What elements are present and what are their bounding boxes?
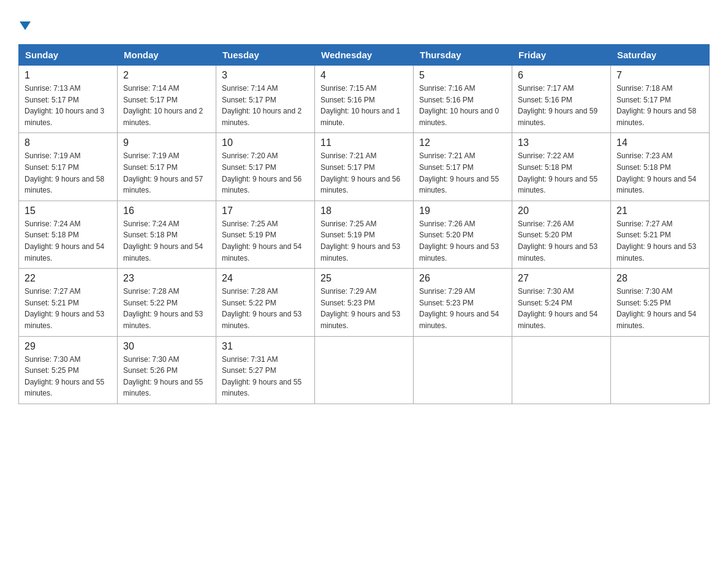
- logo-triangle-icon: [20, 21, 31, 30]
- day-info: Sunrise: 7:27 AMSunset: 5:21 PMDaylight:…: [616, 220, 696, 262]
- table-row: 13Sunrise: 7:22 AMSunset: 5:18 PMDayligh…: [512, 133, 611, 201]
- day-info: Sunrise: 7:21 AMSunset: 5:17 PMDaylight:…: [320, 151, 400, 194]
- calendar-body: 1Sunrise: 7:13 AMSunset: 5:17 PMDaylight…: [19, 66, 710, 404]
- day-info: Sunrise: 7:22 AMSunset: 5:18 PMDaylight:…: [518, 151, 597, 194]
- table-row: 22Sunrise: 7:27 AMSunset: 5:21 PMDayligh…: [19, 269, 118, 336]
- header-row: Sunday Monday Tuesday Wednesday Thursday…: [19, 45, 710, 66]
- day-number: 30: [123, 341, 210, 352]
- day-info: Sunrise: 7:24 AMSunset: 5:18 PMDaylight:…: [25, 220, 104, 262]
- day-info: Sunrise: 7:19 AMSunset: 5:17 PMDaylight:…: [123, 151, 203, 194]
- table-row: 25Sunrise: 7:29 AMSunset: 5:23 PMDayligh…: [315, 269, 414, 336]
- day-number: 1: [25, 70, 112, 81]
- table-row: 11Sunrise: 7:21 AMSunset: 5:17 PMDayligh…: [315, 133, 414, 201]
- table-row: 2Sunrise: 7:14 AMSunset: 5:17 PMDaylight…: [118, 66, 216, 133]
- table-row: 26Sunrise: 7:29 AMSunset: 5:23 PMDayligh…: [414, 269, 512, 336]
- day-info: Sunrise: 7:29 AMSunset: 5:23 PMDaylight:…: [320, 287, 400, 330]
- calendar-week-4: 22Sunrise: 7:27 AMSunset: 5:21 PMDayligh…: [19, 269, 710, 336]
- day-info: Sunrise: 7:26 AMSunset: 5:20 PMDaylight:…: [518, 220, 597, 262]
- day-number: 22: [25, 273, 112, 284]
- day-number: 11: [320, 137, 408, 148]
- table-row: [315, 336, 414, 404]
- table-row: 5Sunrise: 7:16 AMSunset: 5:16 PMDaylight…: [414, 66, 512, 133]
- table-row: 6Sunrise: 7:17 AMSunset: 5:16 PMDaylight…: [512, 66, 611, 133]
- day-number: 5: [419, 70, 506, 81]
- table-row: 15Sunrise: 7:24 AMSunset: 5:18 PMDayligh…: [19, 201, 118, 268]
- day-number: 3: [222, 70, 309, 81]
- table-row: 4Sunrise: 7:15 AMSunset: 5:16 PMDaylight…: [315, 66, 414, 133]
- table-row: 12Sunrise: 7:21 AMSunset: 5:17 PMDayligh…: [414, 133, 512, 201]
- table-row: [512, 336, 611, 404]
- table-row: [611, 336, 710, 404]
- day-info: Sunrise: 7:24 AMSunset: 5:18 PMDaylight:…: [123, 220, 203, 262]
- table-row: 24Sunrise: 7:28 AMSunset: 5:22 PMDayligh…: [216, 269, 315, 336]
- table-row: 19Sunrise: 7:26 AMSunset: 5:20 PMDayligh…: [414, 201, 512, 268]
- calendar-table: Sunday Monday Tuesday Wednesday Thursday…: [18, 44, 710, 404]
- day-number: 6: [518, 70, 605, 81]
- calendar-week-5: 29Sunrise: 7:30 AMSunset: 5:25 PMDayligh…: [19, 336, 710, 404]
- day-info: Sunrise: 7:29 AMSunset: 5:23 PMDaylight:…: [419, 287, 499, 330]
- logo-top-row: [18, 17, 31, 33]
- day-number: 16: [123, 205, 210, 216]
- day-info: Sunrise: 7:21 AMSunset: 5:17 PMDaylight:…: [419, 151, 499, 194]
- day-number: 15: [25, 205, 112, 216]
- header-tuesday: Tuesday: [216, 45, 315, 66]
- day-number: 23: [123, 273, 210, 284]
- day-number: 28: [616, 273, 703, 284]
- day-number: 27: [518, 273, 605, 284]
- day-info: Sunrise: 7:14 AMSunset: 5:17 PMDaylight:…: [222, 84, 301, 127]
- table-row: 29Sunrise: 7:30 AMSunset: 5:25 PMDayligh…: [19, 336, 118, 404]
- day-info: Sunrise: 7:26 AMSunset: 5:20 PMDaylight:…: [419, 220, 499, 262]
- day-info: Sunrise: 7:30 AMSunset: 5:25 PMDaylight:…: [616, 287, 696, 330]
- table-row: 8Sunrise: 7:19 AMSunset: 5:17 PMDaylight…: [19, 133, 118, 201]
- day-number: 20: [518, 205, 605, 216]
- table-row: 20Sunrise: 7:26 AMSunset: 5:20 PMDayligh…: [512, 201, 611, 268]
- day-info: Sunrise: 7:30 AMSunset: 5:26 PMDaylight:…: [123, 355, 203, 398]
- day-number: 4: [320, 70, 408, 81]
- day-info: Sunrise: 7:27 AMSunset: 5:21 PMDaylight:…: [25, 287, 104, 330]
- page-header: [18, 12, 710, 33]
- day-info: Sunrise: 7:19 AMSunset: 5:17 PMDaylight:…: [25, 151, 104, 194]
- table-row: 31Sunrise: 7:31 AMSunset: 5:27 PMDayligh…: [216, 336, 315, 404]
- header-monday: Monday: [118, 45, 216, 66]
- day-info: Sunrise: 7:18 AMSunset: 5:17 PMDaylight:…: [616, 84, 696, 127]
- day-number: 19: [419, 205, 506, 216]
- table-row: 18Sunrise: 7:25 AMSunset: 5:19 PMDayligh…: [315, 201, 414, 268]
- day-number: 7: [616, 70, 703, 81]
- day-info: Sunrise: 7:28 AMSunset: 5:22 PMDaylight:…: [222, 287, 301, 330]
- day-info: Sunrise: 7:28 AMSunset: 5:22 PMDaylight:…: [123, 287, 203, 330]
- day-number: 14: [616, 137, 703, 148]
- calendar-week-2: 8Sunrise: 7:19 AMSunset: 5:17 PMDaylight…: [19, 133, 710, 201]
- table-row: 3Sunrise: 7:14 AMSunset: 5:17 PMDaylight…: [216, 66, 315, 133]
- day-info: Sunrise: 7:20 AMSunset: 5:17 PMDaylight:…: [222, 151, 301, 194]
- day-number: 9: [123, 137, 210, 148]
- table-row: 21Sunrise: 7:27 AMSunset: 5:21 PMDayligh…: [611, 201, 710, 268]
- day-info: Sunrise: 7:14 AMSunset: 5:17 PMDaylight:…: [123, 84, 203, 127]
- day-info: Sunrise: 7:30 AMSunset: 5:24 PMDaylight:…: [518, 287, 597, 330]
- day-number: 10: [222, 137, 309, 148]
- day-number: 29: [25, 341, 112, 352]
- calendar-week-1: 1Sunrise: 7:13 AMSunset: 5:17 PMDaylight…: [19, 66, 710, 133]
- header-saturday: Saturday: [611, 45, 710, 66]
- calendar-week-3: 15Sunrise: 7:24 AMSunset: 5:18 PMDayligh…: [19, 201, 710, 268]
- day-info: Sunrise: 7:15 AMSunset: 5:16 PMDaylight:…: [320, 84, 400, 127]
- day-info: Sunrise: 7:25 AMSunset: 5:19 PMDaylight:…: [320, 220, 400, 262]
- day-number: 26: [419, 273, 506, 284]
- calendar-header: Sunday Monday Tuesday Wednesday Thursday…: [19, 45, 710, 66]
- day-number: 17: [222, 205, 309, 216]
- table-row: 16Sunrise: 7:24 AMSunset: 5:18 PMDayligh…: [118, 201, 216, 268]
- day-number: 8: [25, 137, 112, 148]
- header-wednesday: Wednesday: [315, 45, 414, 66]
- day-number: 31: [222, 341, 309, 352]
- table-row: 9Sunrise: 7:19 AMSunset: 5:17 PMDaylight…: [118, 133, 216, 201]
- day-info: Sunrise: 7:31 AMSunset: 5:27 PMDaylight:…: [222, 355, 301, 398]
- day-number: 24: [222, 273, 309, 284]
- day-number: 18: [320, 205, 408, 216]
- day-number: 21: [616, 205, 703, 216]
- table-row: [414, 336, 512, 404]
- header-thursday: Thursday: [414, 45, 512, 66]
- day-info: Sunrise: 7:16 AMSunset: 5:16 PMDaylight:…: [419, 84, 499, 127]
- day-number: 25: [320, 273, 408, 284]
- table-row: 10Sunrise: 7:20 AMSunset: 5:17 PMDayligh…: [216, 133, 315, 201]
- logo: [18, 17, 31, 33]
- day-info: Sunrise: 7:30 AMSunset: 5:25 PMDaylight:…: [25, 355, 104, 398]
